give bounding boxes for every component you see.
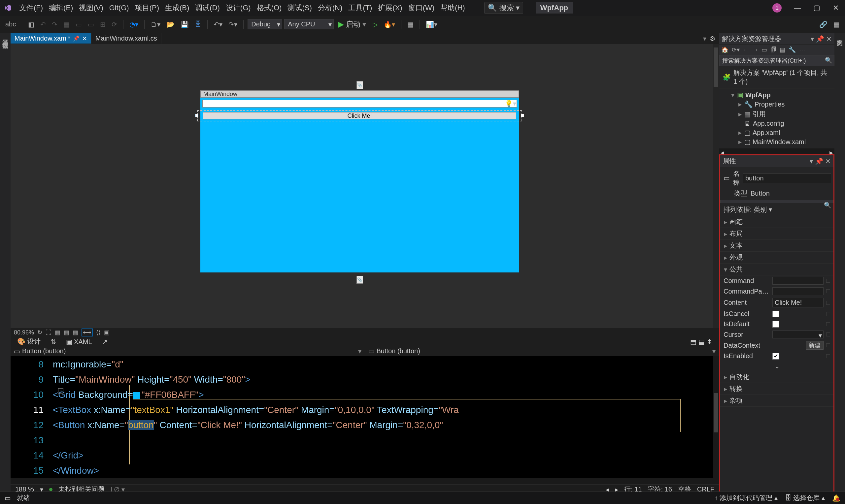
- start-button[interactable]: ▶ 启动 ▾: [336, 18, 369, 31]
- maximize-button[interactable]: ▢: [810, 1, 823, 15]
- menu-analyze[interactable]: 分析(N): [318, 3, 342, 13]
- menu-file[interactable]: 文件(F): [19, 3, 43, 13]
- menu-debug[interactable]: 调试(D): [195, 3, 220, 13]
- new-file-icon[interactable]: 🗋▾: [148, 19, 162, 30]
- panel-pin-icon[interactable]: 📌: [816, 35, 824, 43]
- design-window-body[interactable]: 💡▾ Click Me! 📎: [200, 97, 519, 272]
- isenabled-check[interactable]: ✔: [772, 353, 779, 360]
- design-tab[interactable]: 🎨 设计: [17, 337, 40, 346]
- menu-build[interactable]: 生成(B): [165, 3, 189, 13]
- config-combo[interactable]: Debug: [248, 19, 282, 29]
- notifications-badge[interactable]: 1: [772, 3, 781, 13]
- menu-project[interactable]: 项目(P): [135, 3, 159, 13]
- undo-icon[interactable]: ↶▾: [212, 19, 225, 30]
- search-box[interactable]: 🔍 搜索 ▾: [484, 2, 523, 14]
- zoom-combo[interactable]: 80.96%: [14, 329, 34, 336]
- notifications-icon[interactable]: 🔔: [832, 494, 840, 502]
- menu-help[interactable]: 帮助(H): [440, 3, 465, 13]
- command-value[interactable]: [772, 277, 824, 285]
- repo-select[interactable]: 🗄 选择仓库 ▴: [785, 493, 825, 502]
- xaml-tab[interactable]: ▣ XAML: [66, 338, 92, 346]
- panel-close-icon[interactable]: ✕: [825, 157, 831, 165]
- color-swatch-icon[interactable]: [133, 392, 140, 399]
- menu-window[interactable]: 窗口(W): [408, 3, 434, 13]
- layout-icon[interactable]: ▦: [405, 19, 416, 30]
- isdefault-check[interactable]: [772, 321, 779, 327]
- iscancel-check[interactable]: [772, 311, 779, 317]
- tree-properties[interactable]: ▸🔧Properties: [721, 100, 833, 109]
- minimize-button[interactable]: —: [791, 1, 804, 15]
- save-icon[interactable]: 💾: [179, 19, 191, 30]
- cursor-value[interactable]: ▾: [772, 330, 824, 338]
- menu-view[interactable]: 视图(V): [79, 3, 103, 13]
- prop-isenabled[interactable]: IsEnabled✔: [720, 351, 833, 361]
- tree-appxaml[interactable]: ▸▢App.xaml: [721, 128, 833, 137]
- back-nav-icon[interactable]: ←: [743, 47, 749, 53]
- collapse-icon[interactable]: ⬍: [707, 338, 712, 346]
- nav-forward-icon[interactable]: ↷: [50, 19, 59, 30]
- nav-back-icon[interactable]: ↶: [38, 19, 48, 30]
- save-all-icon[interactable]: 🗄: [193, 19, 203, 29]
- cat-brush[interactable]: ▸画笔: [720, 216, 833, 228]
- rotate-icon[interactable]: ⟳: [110, 19, 119, 30]
- new-datacontext-button[interactable]: 新建: [806, 341, 824, 349]
- editor-scrollbar-h[interactable]: [11, 478, 719, 484]
- arrange-by[interactable]: 排列依据: 类别 ▾: [720, 203, 833, 216]
- share-icon[interactable]: 🔗: [817, 19, 829, 30]
- tab-mainwindow-cs[interactable]: MainWindow.xaml.cs: [91, 33, 161, 43]
- menu-test[interactable]: 测试(S): [287, 3, 312, 13]
- ruler-bottom-icon[interactable]: 📎: [356, 276, 363, 284]
- solution-search[interactable]: 搜索解决方案资源管理器(Ctrl+;): [719, 55, 834, 66]
- prop-commandpa[interactable]: CommandPa…: [720, 286, 833, 296]
- panel-pin-icon[interactable]: 📌: [815, 157, 823, 165]
- circle-icon[interactable]: ◔▾: [127, 19, 140, 30]
- platform-combo[interactable]: Any CPU: [284, 19, 334, 29]
- lightbulb-icon[interactable]: 💡▾: [505, 100, 516, 108]
- copy-icon[interactable]: 🗐: [770, 47, 776, 53]
- project-node[interactable]: ▾ ▣ WpfApp: [721, 90, 833, 100]
- group-icon[interactable]: ▭: [74, 19, 84, 30]
- code-icon[interactable]: ⟨⟩: [96, 329, 101, 336]
- design-textbox[interactable]: [203, 100, 517, 108]
- prop-command[interactable]: Command: [720, 275, 833, 286]
- distribute-icon[interactable]: ⊞: [98, 19, 108, 30]
- refresh-icon[interactable]: ↻: [37, 329, 42, 336]
- play-no-debug-icon[interactable]: ▷: [371, 19, 380, 30]
- solution-root[interactable]: 🧩 解决方案 'WpfApp' (1 个项目, 共 1 个): [719, 66, 834, 88]
- grid-icon-2[interactable]: ▦: [64, 329, 69, 336]
- output-icon[interactable]: ▭: [5, 494, 11, 502]
- snap-icon[interactable]: ⟷: [82, 328, 93, 337]
- cat-appearance[interactable]: ▸外观: [720, 252, 833, 264]
- preview-icon[interactable]: ▦: [831, 19, 842, 30]
- props-search[interactable]: [720, 200, 833, 203]
- prop-datacontext[interactable]: DataContext新建: [720, 340, 833, 351]
- close-button[interactable]: ✕: [829, 1, 842, 15]
- lock-icon[interactable]: ▣: [104, 329, 110, 336]
- prop-cursor[interactable]: Cursor▾: [720, 329, 833, 340]
- bc-left[interactable]: ▭ Button (button) ▾: [11, 347, 365, 355]
- design-button[interactable]: Click Me!: [203, 112, 516, 120]
- fwd-nav-icon[interactable]: →: [752, 47, 758, 53]
- menu-design[interactable]: 设计(G): [226, 3, 251, 13]
- fit-icon[interactable]: ⛶: [46, 329, 52, 336]
- tree-mainwindow[interactable]: ▸▢MainWindow.xaml: [721, 137, 833, 146]
- bc-right[interactable]: ▭ Button (button) ▾: [365, 347, 719, 355]
- code-body[interactable]: mc:Ignorable="d" Title="MainWindow" Heig…: [50, 356, 719, 478]
- show-all-icon[interactable]: ▭: [761, 46, 767, 53]
- commandpa-value[interactable]: [772, 287, 824, 295]
- cat-misc[interactable]: ▸杂项: [720, 395, 833, 407]
- goto-label-icon[interactable]: abc: [3, 19, 18, 29]
- menu-extensions[interactable]: 扩展(X): [378, 3, 402, 13]
- wrench-icon[interactable]: 🔧: [789, 46, 796, 53]
- menu-tools[interactable]: 工具(T): [348, 3, 372, 13]
- diagnostics-icon[interactable]: 📊▾: [424, 19, 439, 30]
- swap-icon[interactable]: ⇅: [51, 338, 56, 346]
- content-value[interactable]: Click Me!: [772, 298, 824, 307]
- cat-layout[interactable]: ▸布局: [720, 228, 833, 240]
- tab-mainwindow-xaml[interactable]: MainWindow.xaml* 📌 ✕: [11, 33, 91, 43]
- menu-git[interactable]: Git(G): [109, 4, 129, 12]
- resize-handle-left[interactable]: [195, 114, 198, 117]
- expand-more-icon[interactable]: ⌄: [720, 361, 833, 371]
- resize-handle-right[interactable]: [521, 114, 524, 117]
- source-control[interactable]: ↑ 添加到源代码管理 ▴: [715, 493, 778, 502]
